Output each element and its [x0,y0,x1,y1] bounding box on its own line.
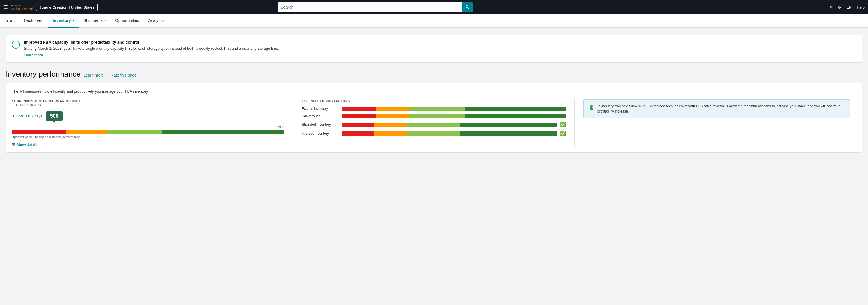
breadcrumb-arrow: → [13,19,17,23]
sub-navigation: FBA → Dashboard Inventory ▾ Shipments ▾ … [0,15,868,28]
notice-content: Improved FBA capacity limits offer predi… [24,40,279,57]
factor-row-sellthrough: Sell-through [302,114,566,118]
factors-column: TOP INFLUENCING FACTORS Excess inventory… [293,99,575,147]
search-icon [465,5,470,9]
factor-bar-sellthrough [342,114,566,118]
factor-bar-container-instock [342,132,557,136]
ipi-label: YOUR INVENTORY PERFORMANCE INDEX [12,99,284,103]
progress-labels: 0 1000 [12,126,284,129]
ipi-trend: ▲ 3pts last 7 days [12,114,42,118]
section-header: Inventory performance Learn more | Rate … [6,70,862,79]
fba-link[interactable]: FBA [5,19,12,23]
factor-bar-instock [342,132,557,136]
top-nav-right: ✉ ⚙ EN Help [830,5,865,9]
factor-check-instock: ✅ [560,131,566,136]
performance-description: The IPI measures how efficiently and pro… [12,89,856,93]
factor-bar-excess [342,107,566,111]
progress-min: 0 [12,126,13,129]
factor-bar-container-excess [342,107,566,111]
rate-page-link[interactable]: Rate this page [111,73,136,77]
notice-text: Starting March 1, 2023, you'll have a si… [24,46,279,51]
ipi-progress-bar [12,130,284,134]
store-badge[interactable]: Jungle Creation | United States [36,4,98,11]
logo-area: amazon seller central [11,4,33,11]
factor-name-sellthrough: Sell-through [302,114,339,118]
nav-item-shipments[interactable]: Shipments ▾ [79,15,111,28]
ipi-sublabel: FOR WEEK 10 2023 [12,103,284,107]
main-content: i Improved FBA capacity limits offer pre… [0,28,868,305]
factor-check-stranded: ✅ [560,122,566,127]
factor-name-excess: Excess inventory [302,107,339,111]
factor-indicator-sellthrough [450,113,450,119]
search-area [278,2,473,12]
nav-item-dashboard[interactable]: Dashboard [19,15,48,28]
factors-label: TOP INFLUENCING FACTORS [302,99,566,103]
factor-name-stranded: Stranded inventory [302,122,339,127]
trend-up-icon: ▲ 3pts last 7 days [12,114,42,118]
notice-learn-more-link[interactable]: Learn more [24,53,43,57]
factor-row-instock: In-stock inventory ✅ [302,131,566,136]
factor-row-stranded: Stranded inventory ✅ [302,122,566,127]
section-title: Inventory performance [6,70,81,79]
notice-title: Improved FBA capacity limits offer predi… [24,40,279,45]
separator: | [107,73,108,77]
dollar-icon: 💲 [588,104,595,112]
nav-item-inventory[interactable]: Inventory ▾ [48,15,79,28]
table-icon: ⊞ [12,142,15,147]
factor-indicator-stranded [547,122,547,128]
language-selector[interactable]: EN [846,5,851,9]
performance-learn-more-link[interactable]: Learn more [83,73,104,77]
factor-indicator-instock [547,131,547,136]
factor-row-excess: Excess inventory [302,107,566,111]
help-link[interactable]: Help [857,5,865,9]
performance-card: The IPI measures how efficiently and pro… [6,83,862,153]
info-icon: i [12,40,20,49]
show-details-link[interactable]: ⊞ Show details [12,142,284,147]
notice-banner: i Improved FBA capacity limits offer pre… [6,34,862,63]
ipi-progress-container: 0 1000 [12,126,284,134]
tips-column: 💲 In January, you paid $324.86 in FBA st… [575,99,856,147]
search-button[interactable] [462,2,473,12]
factor-bar-container-stranded [342,122,557,127]
factor-indicator-excess [450,106,450,112]
progress-indicator [151,129,151,135]
nav-item-opportunities[interactable]: Opportunities [111,15,144,28]
ipi-column: YOUR INVENTORY PERFORMANCE INDEX FOR WEE… [12,99,293,147]
chevron-down-icon: ▾ [73,19,74,23]
factor-name-instock: In-stock inventory [302,132,339,136]
progress-updated-text: Updated weekly based on historical perfo… [12,135,284,139]
factor-bar-container-sellthrough [342,114,566,118]
performance-grid: YOUR INVENTORY PERFORMANCE INDEX FOR WEE… [12,99,856,147]
chevron-down-icon: ▾ [104,19,106,23]
ipi-score-badge: 506 [46,111,63,121]
search-input[interactable] [278,2,462,12]
tips-text: In January, you paid $324.86 in FBA stor… [597,104,846,114]
progress-max: 1000 [277,126,284,129]
nav-item-analytics[interactable]: Analytics [144,15,169,28]
mail-icon[interactable]: ✉ [830,5,833,9]
top-navigation: ☰ amazon seller central Jungle Creation … [0,0,868,15]
amazon-logo: amazon seller central [11,4,33,11]
ipi-score-row: ▲ 3pts last 7 days 506 [12,111,284,121]
hamburger-icon[interactable]: ☰ [3,4,8,10]
factor-bar-stranded [342,122,557,127]
tips-box: 💲 In January, you paid $324.86 in FBA st… [583,99,850,118]
settings-icon[interactable]: ⚙ [838,5,841,9]
